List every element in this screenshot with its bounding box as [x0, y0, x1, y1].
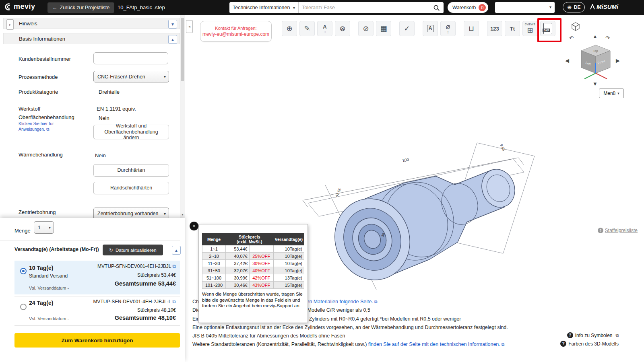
order-divider: [0, 241, 180, 241]
farben-3d-modell-link[interactable]: ? Farben des 3D-Modells: [560, 341, 619, 347]
language-selector[interactable]: ⊕ DE: [563, 2, 585, 12]
rotate-left-icon[interactable]: ↶: [569, 35, 574, 41]
cart-button[interactable]: Warenkorb 0: [448, 2, 488, 13]
cad-toolbar: ⊕ ✎ A↔ ⊗ ⊘ ▦ ✓ A ⌀↕ ⊔ 123 Tt 6VIEWS⊞ DXF: [282, 21, 555, 36]
part-model[interactable]: [324, 165, 520, 290]
chevron-down-icon: ▾: [293, 6, 295, 10]
durchhaerten-button[interactable]: Durchhärten: [93, 164, 169, 177]
back-to-projects-button[interactable]: ← Zurück zur Projektliste: [47, 2, 114, 13]
dimension-a-icon[interactable]: A↔: [317, 21, 332, 36]
meviy-logo[interactable]: meviy: [4, 2, 35, 11]
total-price: Gesamtsumme 48,10€: [115, 315, 176, 321]
rotate-right-icon[interactable]: ↷: [605, 35, 610, 41]
numbering-icon[interactable]: 123: [487, 21, 502, 36]
popup-close-button[interactable]: ×: [190, 222, 198, 230]
waermebehandlung-label: Wärmebehandlung: [19, 152, 63, 158]
kundenbestellnummer-input[interactable]: [93, 52, 168, 64]
section-header-basis-informationen[interactable]: Basis Informationen ▲: [3, 33, 180, 44]
measure-remove-icon[interactable]: ⊗: [335, 21, 350, 36]
move-target-icon[interactable]: ⊕: [282, 21, 297, 36]
collapse-left-icon: ◂: [188, 25, 190, 29]
basis-toggle-button[interactable]: ▲: [168, 35, 177, 44]
contact-email-link[interactable]: meviy-eu@misumi-europe.com: [202, 31, 269, 37]
home-cube-icon[interactable]: [571, 22, 580, 31]
contact-box: Kontakt für Anfragen: meviy-eu@misumi-eu…: [200, 21, 272, 42]
chevron-down-icon: ▾: [164, 74, 166, 79]
expand-right-icon: ▸: [9, 23, 11, 27]
randschichthaerten-button[interactable]: Randschichthärten: [93, 182, 169, 194]
unit-price: Stückpreis 48,10€: [137, 307, 176, 313]
question-icon: ?: [560, 341, 566, 347]
datum-aktualisieren-button[interactable]: ↻ Datum aktualisieren: [103, 245, 163, 255]
view-up-arrow[interactable]: ▲: [592, 34, 598, 39]
search-bar: Technische Informationen ▾: [229, 2, 444, 13]
language-code: DE: [574, 4, 581, 10]
werkstoff-aendern-button[interactable]: Werkstoff und Oberflächenbehandlung ände…: [93, 125, 169, 139]
view-down-arrow[interactable]: ▼: [592, 81, 598, 86]
scrollbar-down-arrow[interactable]: ▼: [180, 212, 185, 217]
search-input[interactable]: [299, 2, 433, 13]
note-line-6: Weitere Standardtoleranzen (Konzentrizit…: [192, 342, 535, 348]
chevron-down-icon: ▾: [164, 212, 166, 216]
search-icon[interactable]: [433, 4, 440, 11]
shipping-option-24-days[interactable]: 24 Tag(e) MVTUP-SFN-DEV001-4EH-2JBJL-L ⧉…: [14, 296, 180, 326]
sidebar-scrollbar-thumb[interactable]: [181, 18, 184, 81]
axis-x-red: [596, 73, 607, 79]
price-row: 11~30 37,42€ 30%OFF 10Tag(e): [202, 260, 304, 267]
produktkategorie-value: Drehteile: [99, 89, 120, 95]
check-icon[interactable]: ✓: [399, 21, 415, 36]
contact-label: Kontakt für Anfragen:: [215, 26, 256, 31]
info-zu-symbolen-link[interactable]: ? Info zu Symbolen ⧉: [567, 332, 619, 338]
tolerance-icon[interactable]: ⌀↕: [440, 21, 456, 36]
staffelpreisliste-link[interactable]: ? Staffelpreisliste: [598, 228, 638, 233]
anweisungen-link[interactable]: Klicken Sie hier für: [19, 121, 54, 126]
viewport-panel-collapse-handle[interactable]: ◂: [186, 20, 193, 33]
unit-price: Stückpreis 53,44€: [137, 272, 176, 278]
werkstoff-value: EN 1.1191 equiv.: [97, 106, 136, 112]
view-left-arrow[interactable]: ◀: [565, 58, 569, 63]
dim-label-100: 100: [402, 157, 409, 163]
counterbore-icon[interactable]: ⊔: [464, 21, 479, 36]
chevron-down-icon: ▾: [49, 225, 51, 230]
dim-label-2: 9,55: [499, 143, 506, 151]
prozessmethode-select[interactable]: CNC-Fräsen/-Drehen ▾: [93, 71, 169, 82]
meviy-logo-icon: [4, 3, 12, 11]
view-cube[interactable]: Top Left Front: [580, 43, 612, 81]
oberflaechenbehandlung-label: Oberflächenbehandlung: [19, 114, 74, 120]
cart-count-badge: 0: [479, 4, 486, 11]
radio-24-days[interactable]: [20, 304, 27, 310]
chevron-down-icon: ▼: [171, 22, 175, 27]
pattern-group-icon[interactable]: ▦: [376, 21, 391, 36]
model-viewport[interactable]: 100 9,55 42,55 36: [278, 121, 535, 302]
versand-toggle-button[interactable]: ▲: [172, 246, 181, 255]
search-category-dropdown[interactable]: Technische Informationen ▾: [229, 2, 299, 13]
six-views-icon[interactable]: 6VIEWS⊞: [522, 21, 538, 36]
note-line-4: Eine optionale Entlastungsnut ist an der…: [192, 325, 535, 331]
technical-info-link[interactable]: finden Sie auf der Seite mit den technis…: [368, 341, 504, 347]
viewport-menu-button[interactable]: Menü ▾: [599, 88, 624, 98]
annotation-box-icon[interactable]: A: [423, 21, 438, 36]
external-link-icon: ⧉: [502, 342, 505, 347]
sidebar-collapse-handle[interactable]: ▸: [6, 19, 14, 30]
anweisungen-link-2[interactable]: Anweisungen.⧉: [19, 127, 49, 132]
copy-icon[interactable]: ⧉: [172, 263, 176, 269]
measure-length-icon[interactable]: ✎: [299, 21, 315, 36]
dxf-export-icon[interactable]: DXF: [540, 21, 555, 36]
section-header-hinweis[interactable]: Hinweis ▼: [3, 18, 180, 29]
add-to-cart-button[interactable]: Zum Warenkorb hinzufügen: [14, 333, 180, 348]
hinweis-toggle-button[interactable]: ▼: [168, 20, 177, 29]
globe-icon: ⊕: [567, 4, 572, 10]
diameter-measure-icon[interactable]: ⊘: [358, 21, 374, 36]
price-row: 2~10 40,07€ 25%OFF 10Tag(e): [202, 253, 304, 260]
text-size-icon[interactable]: Tt: [505, 21, 520, 36]
project-select-dropdown[interactable]: ▾: [495, 2, 555, 13]
open-file-name: 10_FAtp_basic .step: [118, 4, 165, 10]
menge-select[interactable]: 1 ▾: [34, 221, 54, 234]
view-right-arrow[interactable]: ▶: [616, 58, 620, 63]
price-row: 1~1 53,44€ 10Tag(e): [202, 245, 304, 253]
radio-10-days[interactable]: [20, 268, 27, 274]
oberflaechenbehandlung-value: Nein: [99, 115, 109, 121]
shipping-option-10-days[interactable]: 10 Tag(e) Standard Versand Vsl. Versandd…: [14, 261, 180, 294]
produktkategorie-label: Produktkategorie: [19, 89, 58, 95]
copy-icon[interactable]: ⧉: [172, 299, 176, 304]
